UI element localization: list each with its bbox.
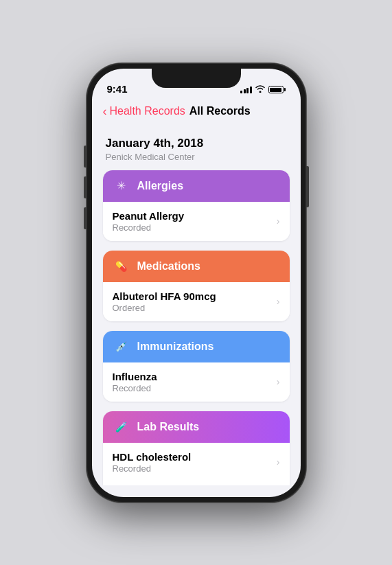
lab-value-section: 53.5mg/dL 50 60 <box>103 482 290 485</box>
phone-frame: 9:41 ‹ <box>87 63 306 503</box>
allergy-name: Peanut Allergy <box>113 210 184 222</box>
page-title: All Records <box>189 105 251 117</box>
medication-name: Albuterol HFA 90mcg <box>113 290 216 302</box>
content-area: January 4th, 2018 Penick Medical Center … <box>92 126 301 485</box>
medications-title: Medications <box>137 260 200 273</box>
nav-bar: ‹ Health Records All Records <box>92 99 301 126</box>
status-icons <box>240 85 286 95</box>
lab-results-title: Lab Results <box>137 421 200 433</box>
status-time: 9:41 <box>107 83 128 95</box>
immunizations-section: Immunizations Influenza Recorded › <box>103 331 290 402</box>
date-header: January 4th, 2018 Penick Medical Center <box>103 130 290 170</box>
lab-status: Recorded <box>113 463 192 474</box>
back-chevron-icon: ‹ <box>103 104 107 119</box>
lab-item[interactable]: HDL cholesterol Recorded › <box>103 443 290 482</box>
battery-icon <box>268 86 286 93</box>
lab-results-section: Lab Results HDL cholesterol Recorded › 5… <box>103 411 290 485</box>
visit-date: January 4th, 2018 <box>106 137 287 150</box>
phone-screen: 9:41 ‹ <box>92 69 301 497</box>
allergy-icon <box>113 177 130 195</box>
wifi-icon <box>255 85 265 95</box>
lab-results-header: Lab Results <box>103 411 290 443</box>
allergy-item[interactable]: Peanut Allergy Recorded › <box>103 202 290 241</box>
immunization-item[interactable]: Influenza Recorded › <box>103 362 290 402</box>
chevron-right-icon: › <box>277 296 280 307</box>
immunization-status: Recorded <box>113 383 157 393</box>
visit-location: Penick Medical Center <box>106 152 287 162</box>
allergies-section: Allergies Peanut Allergy Recorded › <box>103 170 290 241</box>
immunizations-icon <box>113 338 130 356</box>
back-button[interactable]: ‹ Health Records <box>103 104 185 119</box>
back-label: Health Records <box>110 105 185 117</box>
notch <box>152 69 241 88</box>
signal-icon <box>240 87 252 93</box>
chevron-right-icon: › <box>277 216 280 227</box>
allergies-header: Allergies <box>103 170 290 202</box>
allergies-title: Allergies <box>137 180 184 192</box>
medications-icon <box>113 257 130 275</box>
lab-icon <box>113 418 130 436</box>
medications-header: Medications <box>103 251 290 282</box>
medication-status: Ordered <box>113 303 216 313</box>
chevron-right-icon: › <box>277 457 280 468</box>
chevron-right-icon: › <box>277 376 280 387</box>
immunizations-header: Immunizations <box>103 331 290 362</box>
immunizations-title: Immunizations <box>137 341 214 353</box>
medications-section: Medications Albuterol HFA 90mcg Ordered … <box>103 251 290 321</box>
allergy-status: Recorded <box>113 222 184 233</box>
lab-name: HDL cholesterol <box>113 451 192 463</box>
medication-item[interactable]: Albuterol HFA 90mcg Ordered › <box>103 282 290 321</box>
immunization-name: Influenza <box>113 371 157 382</box>
